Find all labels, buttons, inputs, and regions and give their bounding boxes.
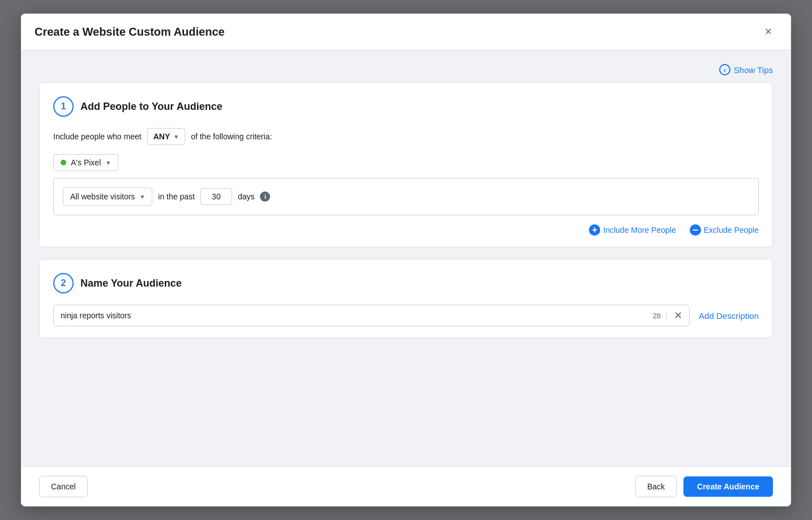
visitors-dropdown-arrow: ▼: [139, 194, 145, 200]
modal-title: Create a Website Custom Audience: [35, 25, 225, 39]
include-people-row: Include people who meet ANY ▼ of the fol…: [53, 128, 759, 145]
section1-title: Add People to Your Audience: [80, 101, 223, 113]
any-dropdown[interactable]: ANY ▼: [147, 128, 185, 145]
show-tips-row: ‹ Show Tips: [39, 64, 773, 75]
section2-title: Name Your Audience: [80, 278, 182, 289]
section1-header: 1 Add People to Your Audience: [53, 96, 759, 117]
any-label: ANY: [153, 132, 170, 141]
cancel-button[interactable]: Cancel: [39, 476, 88, 497]
pixel-name: A's Pixel: [71, 158, 101, 167]
name-input-wrapper: 28 ✕: [53, 305, 690, 326]
back-button[interactable]: Back: [635, 476, 677, 497]
visitors-label: All website visitors: [70, 192, 135, 201]
exclude-people-button[interactable]: − Exclude People: [690, 224, 759, 236]
include-text-after: of the following criteria:: [191, 132, 272, 141]
modal-backdrop: Create a Website Custom Audience × ‹ Sho…: [0, 0, 812, 520]
any-dropdown-arrow: ▼: [173, 134, 179, 140]
visitors-dropdown[interactable]: All website visitors ▼: [63, 187, 152, 206]
minus-icon: −: [690, 224, 701, 236]
char-count: 28: [647, 312, 667, 320]
pixel-selector[interactable]: A's Pixel ▼: [53, 154, 118, 171]
days-input[interactable]: [200, 188, 232, 205]
name-row: 28 ✕ Add Description: [53, 305, 759, 326]
include-more-label: Include More People: [603, 225, 676, 235]
close-button[interactable]: ×: [759, 23, 777, 41]
show-tips-button[interactable]: ‹ Show Tips: [719, 64, 773, 75]
exclude-label: Exclude People: [704, 225, 759, 235]
show-tips-label: Show Tips: [734, 65, 773, 75]
step2-circle: 2: [53, 273, 74, 293]
modal-dialog: Create a Website Custom Audience × ‹ Sho…: [21, 14, 791, 506]
create-audience-button[interactable]: Create Audience: [683, 476, 773, 497]
plus-icon: +: [589, 224, 600, 236]
info-icon: i: [260, 191, 270, 202]
in-past-text: in the past: [158, 192, 195, 201]
criteria-box: All website visitors ▼ in the past days …: [53, 178, 759, 215]
add-description-button[interactable]: Add Description: [699, 311, 759, 321]
footer-right: Back Create Audience: [635, 476, 773, 497]
modal-header: Create a Website Custom Audience ×: [21, 14, 791, 50]
section2-card: 2 Name Your Audience 28 ✕ Add Descriptio…: [39, 259, 773, 338]
pixel-dropdown-arrow: ▼: [105, 160, 111, 166]
include-more-button[interactable]: + Include More People: [589, 224, 676, 236]
tips-circle-icon: ‹: [719, 64, 730, 75]
section2-header: 2 Name Your Audience: [53, 273, 759, 293]
clear-name-button[interactable]: ✕: [667, 309, 689, 322]
pixel-status-dot: [61, 160, 66, 165]
days-label: days: [238, 192, 255, 201]
audience-name-input[interactable]: [54, 305, 647, 326]
modal-body: ‹ Show Tips 1 Add People to Your Audienc…: [21, 50, 791, 466]
criteria-row: All website visitors ▼ in the past days …: [63, 187, 749, 206]
include-text-before: Include people who meet: [53, 132, 142, 141]
audience-actions-row: + Include More People − Exclude People: [53, 224, 759, 236]
section1-card: 1 Add People to Your Audience Include pe…: [39, 82, 773, 248]
step1-circle: 1: [53, 96, 74, 117]
modal-footer: Cancel Back Create Audience: [21, 466, 791, 506]
